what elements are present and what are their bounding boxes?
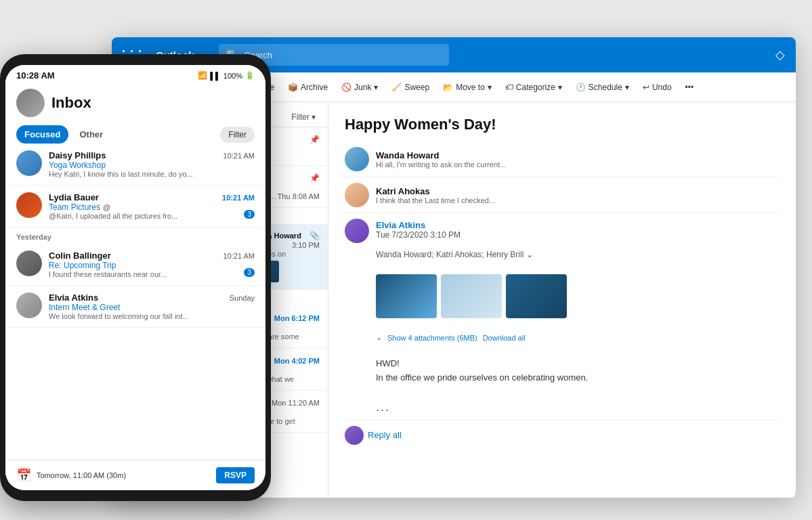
- filter-chevron: ▾: [312, 112, 316, 122]
- phone-subject: Intern Meet & Greet: [49, 303, 255, 312]
- avatar: [16, 192, 42, 218]
- phone-subject: Yoga Workshop: [49, 160, 255, 170]
- phone-container: 10:28 AM 📶 ▌▌ 100% 🔋 Inbox Focused Other…: [0, 54, 271, 501]
- contact-items: Wanda Howard Hi all, I'm writing to ask …: [345, 142, 779, 420]
- phone-email-item[interactable]: Lydia Bauer 10:21 AM Team Pictures @ @Ka…: [8, 186, 263, 228]
- contact-info: Katri Ahokas I think that the Last time …: [376, 186, 779, 204]
- attachment-thumb-3: [506, 274, 567, 318]
- email-content: Elvia Atkins Sunday Intern Meet & Greet …: [49, 292, 255, 320]
- phone-time: 10:21 AM: [223, 252, 255, 260]
- footer-event-text: Tomorrow, 11:00 AM (30m): [37, 471, 126, 479]
- avatar: [16, 251, 42, 276]
- rsvp-button[interactable]: RSVP: [216, 467, 255, 483]
- calendar-icon: 📅: [16, 468, 31, 483]
- reply-all-button[interactable]: Reply all: [345, 426, 779, 445]
- undo-button[interactable]: ↩ Undo: [637, 80, 677, 95]
- phone-subject: Team Pictures: [49, 202, 100, 212]
- contact-preview: I think that the Last time I checked...: [376, 196, 545, 204]
- phone-preview: I found these restaurants near our...: [49, 270, 255, 278]
- show-attachments-link[interactable]: Show 4 attachments (6MB): [387, 334, 477, 342]
- phone-time: 10:21 AM: [222, 194, 255, 202]
- categorize-icon: 🏷: [505, 83, 513, 92]
- email-content: Lydia Bauer 10:21 AM Team Pictures @ @Ka…: [49, 192, 255, 220]
- email-meta: Tue 7/23/2020 3:10 PM: [376, 230, 779, 240]
- phone-profile-avatar[interactable]: [16, 89, 45, 117]
- phone-filter-button[interactable]: Filter: [220, 127, 255, 143]
- schedule-button[interactable]: 🕐 Schedule ▾: [570, 80, 635, 95]
- attachment-icon: 📎: [309, 231, 320, 240]
- contact-name: Elvia Atkins: [376, 220, 779, 230]
- email-content: Daisy Phillips 10:21 AM Yoga Workshop He…: [49, 150, 255, 178]
- email-body: HWD! In the office we pride ourselves on…: [376, 357, 588, 385]
- sweep-icon: 🧹: [391, 83, 402, 92]
- phone-sender: Colin Ballinger: [49, 251, 111, 261]
- categorize-button[interactable]: 🏷 Categorize ▾: [500, 80, 568, 95]
- phone-time: 10:21 AM: [223, 152, 255, 160]
- pin-icon: 📌: [309, 173, 320, 183]
- phone-tab-focused[interactable]: Focused: [16, 125, 68, 144]
- email-content: Colin Ballinger 10:21 AM Re: Upcoming Tr…: [49, 251, 255, 278]
- expand-attachments-icon: ⌄: [376, 333, 382, 342]
- categorize-chevron: ▾: [558, 83, 562, 92]
- email-time: Thu 8:08 AM: [278, 192, 320, 200]
- contact-avatar: [345, 219, 369, 243]
- move-to-button[interactable]: 📂 Move to ▾: [437, 80, 497, 95]
- pin-icon: 📌: [309, 135, 320, 144]
- phone-tab-other[interactable]: Other: [71, 125, 111, 144]
- phone-sender: Daisy Phillips: [49, 150, 106, 160]
- diamond-icon: ◇: [775, 47, 785, 62]
- undo-icon: ↩: [643, 83, 649, 92]
- phone-preview: @Katri, I uploaded all the pictures fro.…: [49, 212, 255, 220]
- move-icon: 📂: [443, 83, 453, 92]
- contact-item-expanded[interactable]: Elvia Atkins Tue 7/23/2020 3:10 PM Wanda…: [345, 213, 779, 420]
- archive-button[interactable]: 📦 Archive: [282, 80, 333, 95]
- phone-email-item[interactable]: Colin Ballinger 10:21 AM Re: Upcoming Tr…: [8, 244, 263, 286]
- junk-icon: 🚫: [341, 83, 351, 92]
- expand-icon[interactable]: ⌄: [526, 250, 533, 259]
- phone-preview: We look forward to welcoming our fall in…: [49, 312, 255, 320]
- email-time: 3:10 PM: [292, 241, 320, 249]
- phone-sender: Lydia Bauer: [49, 192, 99, 202]
- phone-time: Sunday: [230, 294, 255, 302]
- reading-title: Happy Women's Day!: [345, 116, 779, 133]
- phone-preview: Hey Katri, I know this is last minute, d…: [49, 170, 255, 178]
- attach-info: ⌄ Show 4 attachments (6MB) Download all: [376, 333, 526, 342]
- schedule-icon: 🕐: [576, 83, 586, 92]
- download-all-link[interactable]: Download all: [483, 334, 526, 342]
- junk-button[interactable]: 🚫 Junk ▾: [336, 80, 383, 95]
- email-ellipsis: ...: [376, 400, 390, 414]
- reply-avatar: [345, 426, 364, 445]
- contact-name: Katri Ahokas: [376, 186, 779, 196]
- attachment-thumb-1: [376, 274, 437, 318]
- email-time: Mon 11:20 AM: [272, 399, 320, 407]
- more-button[interactable]: •••: [680, 80, 700, 95]
- email-time: Mon 6:12 PM: [274, 314, 320, 322]
- email-recipients: Wanda Howard; Katri Ahokas; Henry Brill …: [376, 250, 533, 259]
- phone-email-item[interactable]: Daisy Phillips 10:21 AM Yoga Workshop He…: [8, 144, 263, 186]
- attachment-thumbnails: [376, 274, 567, 318]
- phone-tabs: Focused Other Filter: [5, 123, 265, 144]
- filter-button[interactable]: Filter ▾: [287, 110, 320, 125]
- phone-header: Inbox: [5, 83, 265, 123]
- battery-label: 100%: [223, 72, 242, 80]
- phone-section-yesterday: Yesterday: [8, 228, 263, 244]
- contact-avatar: [345, 147, 369, 171]
- unread-badge: 3: [244, 210, 255, 219]
- sweep-button[interactable]: 🧹 Sweep: [386, 80, 435, 95]
- contact-name: Wanda Howard: [376, 150, 779, 160]
- phone-sender: Elvia Atkins: [49, 292, 98, 303]
- email-time: Mon 4:02 PM: [274, 357, 320, 365]
- archive-icon: 📦: [288, 83, 298, 92]
- phone-status-icons: 📶 ▌▌ 100% 🔋: [198, 71, 255, 80]
- attachment-thumb-2: [441, 274, 502, 318]
- phone-email-item[interactable]: Elvia Atkins Sunday Intern Meet & Greet …: [8, 286, 263, 328]
- phone-screen: 10:28 AM 📶 ▌▌ 100% 🔋 Inbox Focused Other…: [5, 65, 265, 490]
- schedule-chevron: ▾: [625, 83, 629, 92]
- phone-email-list: Daisy Phillips 10:21 AM Yoga Workshop He…: [5, 144, 265, 460]
- contact-item[interactable]: Katri Ahokas I think that the Last time …: [345, 177, 779, 213]
- contact-item[interactable]: Wanda Howard Hi all, I'm writing to ask …: [345, 142, 779, 177]
- signal-icon: ▌▌: [210, 72, 221, 80]
- avatar: [16, 150, 42, 176]
- avatar: [16, 292, 42, 318]
- contact-preview: Hi all, I'm writing to ask on the curren…: [376, 160, 545, 169]
